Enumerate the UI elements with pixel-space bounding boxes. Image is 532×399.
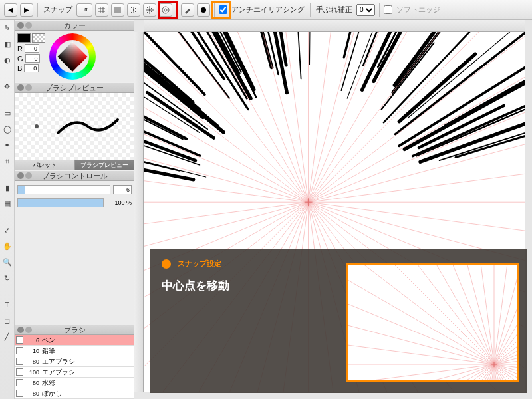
svg-line-136 [348,364,494,380]
tab-palette[interactable]: パレット [15,160,74,170]
zoom-tool-icon[interactable]: 🔍 [2,257,13,267]
move-tool-icon[interactable]: ✥ [2,81,13,92]
brush-panel-title: ブラシ [64,325,86,335]
svg-point-1 [164,9,167,11]
instruction-overlay: スナップ設定 中心点を移動 [150,249,527,393]
snap-edit-button[interactable] [181,3,194,17]
antialias-checkbox[interactable] [219,5,227,14]
svg-line-129 [361,364,494,380]
svg-line-135 [348,364,494,380]
svg-line-142 [348,265,494,364]
svg-line-132 [348,364,494,380]
text-tool-icon[interactable]: T [2,299,13,310]
b-input[interactable] [24,64,39,72]
snap-grid-button[interactable] [95,3,108,17]
svg-line-138 [348,330,494,364]
wand-tool-icon[interactable]: ✦ [2,140,13,150]
svg-line-144 [348,265,494,364]
svg-line-40 [404,64,525,149]
snap-concentric-button[interactable] [159,3,172,17]
svg-line-130 [348,364,494,380]
opacity-value: 100 % [106,200,132,206]
select-rect-icon[interactable]: ▭ [2,108,13,118]
minimize-icon[interactable] [25,172,32,179]
lasso-tool-icon[interactable]: ◯ [2,124,13,134]
g-input[interactable] [25,54,40,63]
snap-perspective-button[interactable] [127,3,140,17]
bullet-icon [162,259,171,269]
svg-line-133 [348,364,494,380]
stabilizer-select[interactable]: 0 [356,4,375,16]
close-icon[interactable] [17,22,24,29]
brush-row[interactable]: 80ぼかし [15,388,134,399]
control-panel-header: ブラシコントロール [15,170,134,181]
snap-label: スナップ [43,5,72,15]
snap-off-button[interactable]: off [76,3,92,17]
svg-line-39 [144,40,213,122]
r-input[interactable] [25,44,39,53]
brush-list: 6ペン10鉛筆80エアブラシ100エアブラシ80水彩80ぼかし [15,335,134,399]
control-panel-title: ブラシコントロール [42,171,108,181]
svg-point-2 [201,7,206,13]
blur-tool-icon[interactable]: ◐ [2,55,13,65]
brush-row[interactable]: 80水彩 [15,378,134,388]
snap-parallel-button[interactable] [111,3,124,17]
antialias-label: アンチエイリアシング [231,5,305,15]
tab-preview[interactable]: ブラシプレビュー [74,160,134,170]
close-icon[interactable] [17,327,24,333]
svg-line-134 [348,364,494,380]
fg-swatch[interactable] [17,33,31,43]
tool-column: ✎ ◧ ◐ ✥ ▭ ◯ ✦ ⌗ ▮ ▤ ⤢ ✋ 🔍 ↻ T ◻ ╱ [0,20,15,399]
minimize-icon[interactable] [25,84,32,91]
color-wheel[interactable] [49,33,96,80]
close-icon[interactable] [17,172,24,179]
hand-tool-icon[interactable]: ✋ [2,241,13,251]
softedge-checkbox[interactable] [384,5,392,14]
line-tool-icon[interactable]: ╱ [2,331,13,342]
svg-line-30 [144,43,213,124]
softedge-label: ソフトエッジ [396,5,440,15]
snap-radial-button[interactable] [143,3,156,17]
bg-swatch[interactable] [32,33,45,43]
nav-next-button[interactable]: ▶ [20,3,33,17]
stabilizer-label: 手ぶれ補正 [316,5,352,15]
fill-tool-icon[interactable]: ▮ [2,182,13,193]
eraser-tool-icon[interactable]: ◧ [2,39,13,49]
minimize-icon[interactable] [25,22,32,29]
pen-tool-icon[interactable]: ✎ [2,23,13,33]
brush-shape-button[interactable] [197,3,210,17]
b-label: B [17,65,22,72]
crop-tool-icon[interactable]: ⌗ [2,156,13,166]
brush-row[interactable]: 6ペン [15,335,134,346]
size-slider[interactable] [17,185,110,194]
gradient-tool-icon[interactable]: ▤ [2,198,13,209]
brush-panel-header: ブラシ [15,325,134,335]
brush-row[interactable]: 100エアブラシ [15,367,134,378]
ruler-vertical [134,32,144,392]
opacity-slider[interactable] [17,198,104,207]
size-value[interactable]: 6 [113,185,132,194]
shape-tool-icon[interactable]: ◻ [2,315,13,326]
close-icon[interactable] [17,84,24,91]
color-panel-title: カラー [64,21,86,31]
side-panels: カラー R G B ブラシプレビュー [15,20,134,399]
nav-prev-button[interactable]: ◀ [4,3,17,17]
eyedropper-icon[interactable]: ⤢ [2,225,13,235]
svg-line-148 [460,265,494,364]
brush-row[interactable]: 80エアブラシ [15,356,134,367]
svg-line-37 [144,39,207,129]
svg-line-139 [348,295,494,364]
rotate-tool-icon[interactable]: ↻ [2,273,13,283]
brush-row[interactable]: 10鉛筆 [15,346,134,356]
brush-preview [15,93,134,160]
minimize-icon[interactable] [25,327,32,333]
svg-line-131 [348,364,494,380]
svg-line-23 [309,32,311,65]
svg-line-159 [494,295,517,364]
top-toolbar: ◀ ▶ スナップ off アンチエイリアシング 手ぶれ補正 0 ソフトエッジ [0,0,532,20]
color-panel-header: カラー [15,20,134,31]
svg-line-7 [420,109,525,162]
overlay-thumbnail [346,263,519,382]
preview-panel-header: ブラシプレビュー [15,82,134,93]
svg-line-147 [425,265,494,364]
